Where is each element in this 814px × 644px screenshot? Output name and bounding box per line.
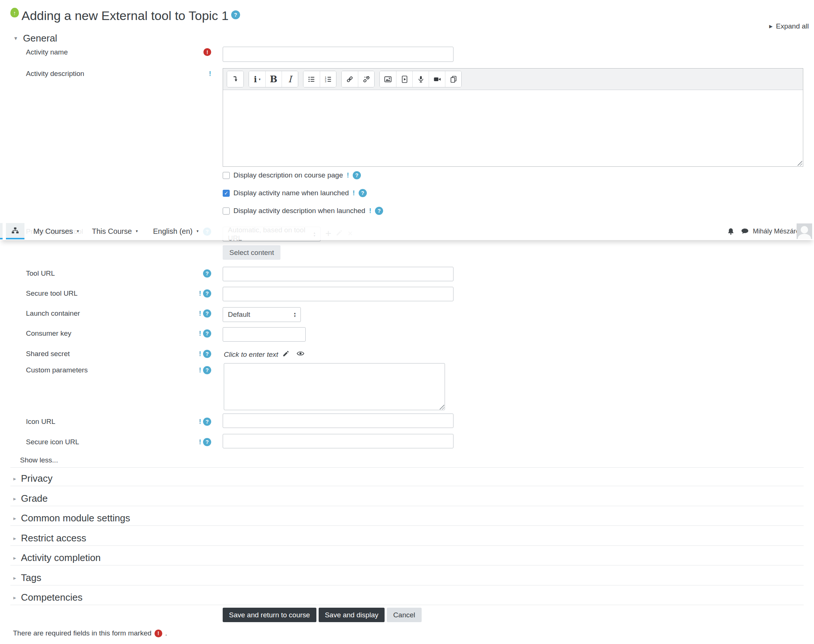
- sitemap-icon: [11, 226, 19, 235]
- sticky-navbar: My Courses▼ This Course▼ English (en)▼ M…: [0, 222, 814, 240]
- help-icon[interactable]: ?: [353, 171, 361, 179]
- editor-toolbar: i▾ B I 123: [223, 69, 803, 90]
- shared-secret-value[interactable]: Click to enter text: [224, 351, 278, 359]
- editor-unordered-list-button[interactable]: [304, 71, 320, 87]
- advanced-icon: !: [199, 350, 201, 358]
- messages-button[interactable]: [740, 222, 749, 240]
- editor-manage-files-button[interactable]: [445, 71, 461, 87]
- editor-paragraph-style-button[interactable]: i▾: [249, 71, 265, 87]
- edit-pencil-icon[interactable]: [282, 350, 290, 359]
- chevron-right-icon: ▸: [13, 535, 16, 542]
- title-help-icon[interactable]: ?: [231, 11, 240, 19]
- display-activity-description-checkbox[interactable]: [223, 207, 230, 215]
- help-icon[interactable]: ?: [203, 330, 211, 337]
- section-restrict-access[interactable]: ▸Restrict access: [11, 531, 803, 546]
- consumer-key-input[interactable]: [223, 327, 306, 342]
- chevron-down-icon: ▾: [259, 77, 261, 81]
- expand-all-label: Expand all: [776, 22, 809, 31]
- avatar[interactable]: [797, 224, 812, 239]
- eye-icon[interactable]: [296, 350, 305, 359]
- editor-record-video-button[interactable]: [429, 71, 445, 87]
- nav-this-course[interactable]: This Course▼: [92, 222, 139, 240]
- secure-tool-url-input[interactable]: [223, 287, 454, 301]
- advanced-icon: !: [199, 290, 201, 297]
- editor-insert-image-button[interactable]: [380, 71, 396, 87]
- secure-icon-url-label: Secure icon URL: [26, 438, 79, 446]
- chevron-right-icon: ▸: [13, 575, 16, 581]
- save-and-return-button[interactable]: Save and return to course: [223, 608, 316, 622]
- help-icon[interactable]: ?: [203, 290, 211, 297]
- editor-italic-button[interactable]: I: [282, 71, 298, 87]
- external-tool-icon: ↑: [11, 8, 19, 17]
- nav-my-courses[interactable]: My Courses▼: [33, 222, 80, 240]
- secure-icon-url-input[interactable]: [223, 434, 454, 448]
- display-activity-name-checkbox[interactable]: ✓: [223, 190, 230, 197]
- notifications-button[interactable]: [727, 222, 735, 240]
- editor-record-audio-button[interactable]: [412, 71, 429, 87]
- help-icon[interactable]: ?: [203, 366, 211, 374]
- section-tags[interactable]: ▸Tags: [11, 570, 803, 586]
- divider: [11, 467, 803, 468]
- page-title-text: Adding a new External tool to Topic 1: [21, 8, 228, 23]
- advanced-icon: !: [209, 70, 211, 78]
- icon-url-input[interactable]: [223, 414, 454, 428]
- nav-tab-partial[interactable]: [0, 223, 3, 239]
- custom-parameters-textarea[interactable]: [224, 363, 445, 410]
- help-icon[interactable]: ?: [375, 207, 383, 215]
- advanced-icon: !: [199, 310, 201, 317]
- editor-ordered-list-button[interactable]: 123: [320, 71, 336, 87]
- section-privacy[interactable]: ▸Privacy: [11, 471, 803, 486]
- expand-all-link[interactable]: ▶ Expand all: [769, 22, 809, 31]
- activity-name-label: Activity name: [26, 48, 68, 56]
- editor-collapse-toolbar-button[interactable]: [227, 71, 244, 87]
- chevron-right-icon: ▸: [13, 515, 16, 522]
- secure-tool-url-label: Secure tool URL: [26, 290, 77, 297]
- section-general[interactable]: ▼ General: [13, 32, 57, 44]
- nav-language[interactable]: English (en)▼: [153, 222, 199, 240]
- chevron-down-icon: ▼: [13, 35, 18, 41]
- help-icon[interactable]: ?: [203, 350, 211, 358]
- help-icon[interactable]: ?: [203, 418, 211, 426]
- section-grade[interactable]: ▸Grade: [11, 491, 803, 506]
- user-name: Mihály Mészáros: [753, 227, 803, 235]
- section-activity-completion[interactable]: ▸Activity completion: [11, 550, 803, 566]
- required-icon: !: [204, 48, 211, 56]
- help-icon[interactable]: ?: [203, 310, 211, 317]
- svg-text:3: 3: [325, 80, 326, 82]
- section-competencies[interactable]: ▸Competencies: [11, 590, 803, 605]
- editor-bold-button[interactable]: B: [265, 71, 282, 87]
- advanced-icon: !: [199, 418, 201, 426]
- chevron-down-icon: ▼: [76, 229, 80, 233]
- editor-link-button[interactable]: [342, 71, 358, 87]
- required-icon: !: [155, 630, 162, 637]
- activity-description-editor: i▾ B I 123: [223, 68, 803, 167]
- editor-content-area[interactable]: [223, 90, 803, 166]
- advanced-icon: !: [199, 438, 201, 446]
- save-and-display-button[interactable]: Save and display: [319, 608, 385, 622]
- chevron-down-icon: ▼: [135, 229, 139, 233]
- advanced-icon: !: [369, 207, 371, 215]
- nav-tab-sitemap[interactable]: [6, 223, 25, 239]
- chevron-right-icon: ▸: [13, 475, 16, 482]
- advanced-icon: !: [347, 171, 349, 179]
- activity-name-input[interactable]: [223, 47, 454, 62]
- show-less-link[interactable]: Show less...: [20, 456, 58, 464]
- chevron-right-icon: ▸: [13, 555, 16, 561]
- help-icon[interactable]: ?: [359, 189, 367, 197]
- editor-insert-media-button[interactable]: [396, 71, 412, 87]
- user-menu[interactable]: Mihály Mészáros: [753, 222, 803, 240]
- launch-container-select[interactable]: Default ▴▾: [223, 307, 301, 322]
- display-description-checkbox[interactable]: [223, 172, 230, 179]
- section-common-module-settings[interactable]: ▸Common module settings: [11, 511, 803, 526]
- select-content-button: Select content: [223, 245, 281, 260]
- tool-url-input[interactable]: [223, 267, 454, 281]
- required-fields-note: There are required fields in this form m…: [13, 629, 152, 637]
- custom-parameters-label: Custom parameters: [26, 366, 88, 374]
- help-icon[interactable]: ?: [203, 438, 211, 446]
- section-general-title: General: [23, 32, 57, 44]
- help-icon[interactable]: ?: [203, 269, 211, 278]
- display-activity-description-label: Display activity description when launch…: [233, 207, 365, 215]
- editor-unlink-button[interactable]: [358, 71, 374, 87]
- chevron-down-icon: ▼: [196, 229, 199, 233]
- cancel-button[interactable]: Cancel: [387, 608, 421, 622]
